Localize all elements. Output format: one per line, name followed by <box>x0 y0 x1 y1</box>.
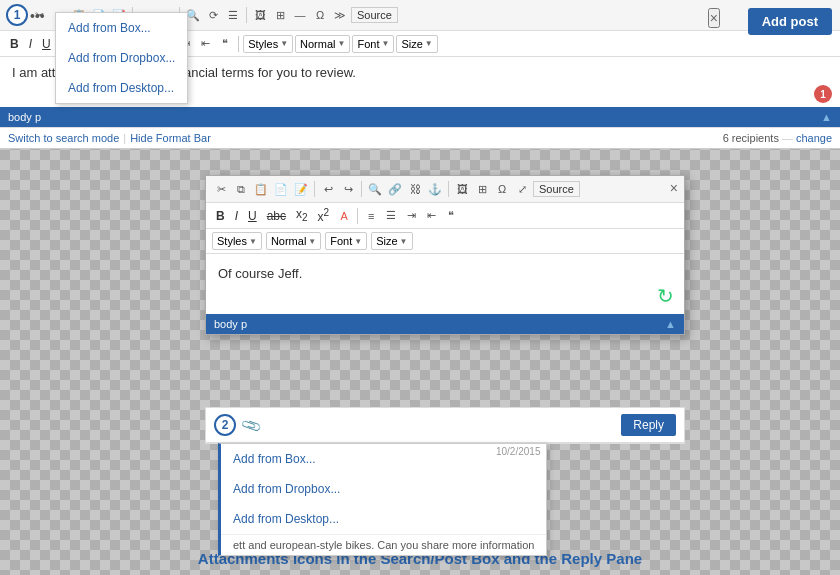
outdent-icon[interactable]: ⇤ <box>196 35 214 53</box>
underline-btn[interactable]: U <box>38 36 55 52</box>
modal-toolbar-row3: Styles ▼ Normal ▼ Font ▼ Size ▼ <box>206 229 684 254</box>
reply-button[interactable]: Reply <box>621 414 676 436</box>
m-anchor-icon[interactable]: ⚓ <box>426 180 444 198</box>
m-sep1 <box>314 181 315 197</box>
modal-toolbar-row2: B I U abc x2 x2 A ≡ ☰ ⇥ ⇤ ❝ <box>206 203 684 229</box>
styles-arrow: ▼ <box>280 39 288 48</box>
m-special-icon[interactable]: Ω <box>493 180 511 198</box>
modal-text: Of course Jeff. <box>218 266 302 281</box>
table-icon[interactable]: ⊞ <box>271 6 289 24</box>
m-image-icon[interactable]: 🖼 <box>453 180 471 198</box>
modal-compose-dialog: × ✂ ⧉ 📋 📄 📝 ↩ ↪ 🔍 🔗 ⛓ ⚓ 🖼 ⊞ Ω ⤢ Source B… <box>205 175 685 335</box>
reply-content-preview: ett and european-style bikes. Can you sh… <box>221 534 546 555</box>
size-arrow: ▼ <box>425 39 433 48</box>
m-paste-text-icon[interactable]: 📄 <box>272 180 290 198</box>
modal-resize-arrow: ▲ <box>665 318 676 330</box>
m-sup-btn[interactable]: x2 <box>314 206 334 225</box>
m-font-dropdown[interactable]: Font ▼ <box>325 232 367 250</box>
close-top-panel-btn[interactable]: × <box>708 8 720 28</box>
m-redo-icon[interactable]: ↪ <box>339 180 357 198</box>
annotation-1: 1 <box>6 4 28 26</box>
add-post-button[interactable]: Add post <box>748 8 832 35</box>
image-icon[interactable]: 🖼 <box>251 6 269 24</box>
m-outdent-icon[interactable]: ⇤ <box>422 207 440 225</box>
reply-add-from-dropbox-item[interactable]: Add from Dropbox... <box>221 474 546 504</box>
m-styles-arrow: ▼ <box>249 237 257 246</box>
m-underline-btn[interactable]: U <box>244 208 261 224</box>
bold-btn[interactable]: B <box>6 36 23 52</box>
italic-btn[interactable]: I <box>25 36 36 52</box>
add-from-box-item[interactable]: Add from Box... <box>56 13 187 43</box>
m-blockquote-icon[interactable]: ❝ <box>442 207 460 225</box>
reply-add-from-desktop-item[interactable]: Add from Desktop... <box>221 504 546 534</box>
modal-toolbar-row1: ✂ ⧉ 📋 📄 📝 ↩ ↪ 🔍 🔗 ⛓ ⚓ 🖼 ⊞ Ω ⤢ Source <box>206 176 684 203</box>
m-strike-btn[interactable]: abc <box>263 208 290 224</box>
m-ul-icon[interactable]: ☰ <box>382 207 400 225</box>
m-normal-dropdown[interactable]: Normal ▼ <box>266 232 321 250</box>
recipients-count: 6 recipients <box>723 132 779 144</box>
select-all-icon[interactable]: ☰ <box>224 6 242 24</box>
add-from-desktop-item[interactable]: Add from Desktop... <box>56 73 187 103</box>
paperclip-icon[interactable]: 📎 <box>239 414 262 436</box>
size-dropdown[interactable]: Size ▼ <box>396 35 437 53</box>
sep5 <box>238 36 239 52</box>
modal-close-btn[interactable]: × <box>670 180 678 196</box>
status-tags: body p <box>8 111 41 123</box>
modal-body[interactable]: Of course Jeff. ↻ <box>206 254 684 314</box>
m-sep4 <box>357 208 358 224</box>
special-char-icon[interactable]: Ω <box>311 6 329 24</box>
font-arrow: ▼ <box>381 39 389 48</box>
m-copy-icon[interactable]: ⧉ <box>232 180 250 198</box>
refresh-icon[interactable]: ↻ <box>657 284 674 308</box>
add-from-dropbox-item[interactable]: Add from Dropbox... <box>56 43 187 73</box>
source-btn[interactable]: Source <box>351 7 398 23</box>
m-unlink-icon[interactable]: ⛓ <box>406 180 424 198</box>
m-size-dropdown[interactable]: Size ▼ <box>371 232 412 250</box>
blockquote-icon[interactable]: ❝ <box>216 35 234 53</box>
m-color-icon[interactable]: A <box>335 207 353 225</box>
m-table-icon[interactable]: ⊞ <box>473 180 491 198</box>
annotation-2: 2 <box>214 414 236 436</box>
m-styles-dropdown[interactable]: Styles ▼ <box>212 232 262 250</box>
m-source-btn[interactable]: Source <box>533 181 580 197</box>
dash-sep: — <box>782 132 793 144</box>
compose-footer: Switch to search mode | Hide Format Bar … <box>0 127 840 148</box>
resize-arrow: ▲ <box>821 111 832 123</box>
font-dropdown[interactable]: Font ▼ <box>352 35 394 53</box>
m-bold-btn[interactable]: B <box>212 208 229 224</box>
compose-status-bar: body p ▲ <box>0 107 840 127</box>
m-sep3 <box>448 181 449 197</box>
switch-mode-link[interactable]: Switch to search mode <box>8 132 119 144</box>
notification-badge: 1 <box>814 85 832 103</box>
m-italic-btn[interactable]: I <box>231 208 242 224</box>
m-fullscreen-icon[interactable]: ⤢ <box>513 180 531 198</box>
hide-format-link[interactable]: Hide Format Bar <box>130 132 211 144</box>
normal-arrow: ▼ <box>338 39 346 48</box>
reply-dropdown-menu: 10/2/2015 Add from Box... Add from Dropb… <box>218 443 547 556</box>
m-undo-icon[interactable]: ↩ <box>319 180 337 198</box>
m-indent-icon[interactable]: ⇥ <box>402 207 420 225</box>
m-link-icon[interactable]: 🔗 <box>386 180 404 198</box>
change-link[interactable]: change <box>796 132 832 144</box>
m-sub-btn[interactable]: x2 <box>292 206 312 224</box>
m-paste-icon[interactable]: 📋 <box>252 180 270 198</box>
top-dropdown-menu: Add from Box... Add from Dropbox... Add … <box>55 12 188 104</box>
modal-status-bar: body p ▲ <box>206 314 684 334</box>
m-find-icon[interactable]: 🔍 <box>366 180 384 198</box>
m-ol-icon[interactable]: ≡ <box>362 207 380 225</box>
reply-date: 10/2/2015 <box>496 446 541 457</box>
modal-status-tags: body p <box>214 318 247 330</box>
reply-panel: 2 📎 Reply <box>205 407 685 444</box>
more-icon[interactable]: ≫ <box>331 6 349 24</box>
m-sep2 <box>361 181 362 197</box>
styles-dropdown[interactable]: Styles ▼ <box>243 35 293 53</box>
m-paste-word-icon[interactable]: 📝 <box>292 180 310 198</box>
normal-dropdown[interactable]: Normal ▼ <box>295 35 350 53</box>
sep3 <box>246 7 247 23</box>
replace-icon[interactable]: ⟳ <box>204 6 222 24</box>
more-options-icon[interactable]: ••• <box>30 8 45 24</box>
hr-icon[interactable]: — <box>291 6 309 24</box>
m-cut-icon[interactable]: ✂ <box>212 180 230 198</box>
footer-sep: | <box>123 132 126 144</box>
m-normal-arrow: ▼ <box>308 237 316 246</box>
